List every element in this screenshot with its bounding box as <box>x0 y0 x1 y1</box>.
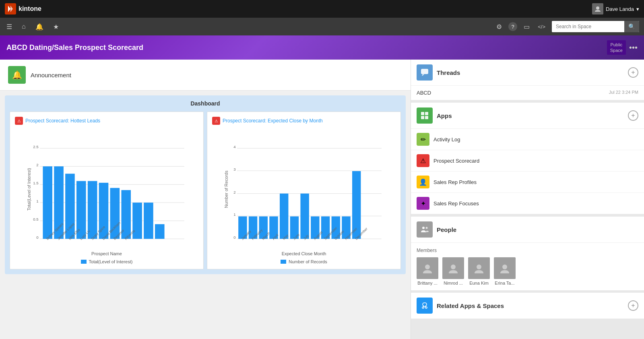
svg-rect-17 <box>43 166 52 239</box>
dashboard-title: Dashboard <box>10 100 401 107</box>
related-icon <box>417 298 433 314</box>
chart-icon-2: ⚠ <box>212 117 220 125</box>
second-nav-left: ☰ ⌂ 🔔 ★ <box>5 21 60 32</box>
threads-title: Threads <box>437 69 460 76</box>
avatar-img-0 <box>417 257 438 279</box>
search-input[interactable] <box>552 21 624 32</box>
thread-name: ABCD <box>417 90 431 96</box>
top-nav: kintone Dave Landa ▾ <box>0 0 644 18</box>
settings-icon[interactable]: ⚙ <box>495 21 504 32</box>
svg-point-80 <box>451 265 456 269</box>
announcement-section: 🔔 Announcement <box>0 60 411 91</box>
chart-header-2: ⚠ Prospect Scorecard: Expected Close by … <box>212 117 396 125</box>
second-nav-right: ⚙ ? ▭ </> 🔍 <box>495 21 639 32</box>
kintone-logo[interactable]: kintone <box>5 3 41 14</box>
avatar-item-0[interactable]: Brittany ... <box>417 257 438 285</box>
svg-rect-75 <box>421 116 424 119</box>
chart-container-1: Total(Level of Interest) 0 0.5 1 1.5 2 2… <box>15 129 198 250</box>
user-avatar <box>592 3 603 14</box>
home-icon[interactable]: ⌂ <box>20 21 27 32</box>
svg-text:2.5: 2.5 <box>33 145 38 149</box>
user-name: Dave Landa <box>606 6 634 12</box>
top-nav-right: Dave Landa ▾ <box>592 3 639 14</box>
related-add-button[interactable]: + <box>628 300 638 311</box>
avatar-item-3[interactable]: Erina Ta... <box>494 257 516 285</box>
tablet-icon[interactable]: ▭ <box>522 21 531 32</box>
app-item-1[interactable]: ⚠ Prospect Scorecard <box>411 150 644 172</box>
search-button[interactable]: 🔍 <box>624 21 639 32</box>
app-name-sales-focuses: Sales Rep Focuses <box>433 201 479 207</box>
announcement-icon: 🔔 <box>8 66 26 84</box>
avatar-img-3 <box>494 257 516 279</box>
avatar-name-2: Euna Kim <box>469 281 489 285</box>
people-widget: People Members Brittany ... <box>411 217 644 290</box>
threads-add-button[interactable]: + <box>628 67 638 78</box>
space-header: ABCD Dating/Sales Prospect Scorecard Pub… <box>0 35 644 60</box>
app-icon-sales-focuses: ✦ <box>417 197 429 210</box>
app-icon-prospect: ⚠ <box>417 154 429 167</box>
people-header: People <box>411 217 644 243</box>
user-section[interactable]: Dave Landa ▾ <box>592 3 639 14</box>
chart-legend-1: Total(Level of Interest) <box>15 259 198 264</box>
svg-rect-27 <box>155 224 165 239</box>
legend-color-1 <box>81 260 87 264</box>
chart-title-2: Prospect Scorecard: Expected Close by Mo… <box>223 118 323 124</box>
apps-icon <box>417 107 433 124</box>
legend-label-1: Total(Level of Interest) <box>89 259 133 264</box>
svg-rect-74 <box>425 112 428 115</box>
menu-icon[interactable]: ☰ <box>5 21 14 32</box>
apps-header: Apps + <box>411 103 644 129</box>
svg-text:0: 0 <box>36 235 38 240</box>
app-name-activity: Activity Log <box>433 136 460 143</box>
code-icon[interactable]: </> <box>536 22 547 31</box>
svg-text:0: 0 <box>233 235 235 240</box>
related-header-left: Related Apps & Spaces <box>417 298 504 314</box>
app-icon-sales-profiles: 👤 <box>417 176 429 188</box>
chart-icon-1: ⚠ <box>15 117 23 125</box>
svg-marker-72 <box>422 74 424 76</box>
avatar-item-1[interactable]: Nimrod ... <box>442 257 464 285</box>
right-panel: Threads + ABCD Jul 22 3:24 PM Apps + <box>411 60 644 339</box>
top-nav-left: kintone <box>5 3 41 14</box>
thread-date: Jul 22 3:24 PM <box>609 90 638 96</box>
avatar-name-3: Erina Ta... <box>495 281 514 285</box>
chart-card-2: ⚠ Prospect Scorecard: Expected Close by … <box>207 112 401 269</box>
help-icon[interactable]: ? <box>508 22 517 31</box>
bell-icon[interactable]: 🔔 <box>34 21 45 32</box>
svg-point-79 <box>425 265 430 269</box>
more-button[interactable]: ••• <box>629 43 638 52</box>
chart-x-label-1: Prospect Name <box>15 251 198 256</box>
app-item-2[interactable]: 👤 Sales Rep Profiles <box>411 172 644 193</box>
apps-title: Apps <box>437 112 452 119</box>
svg-rect-53 <box>300 194 309 239</box>
star-icon[interactable]: ★ <box>52 21 60 32</box>
apps-add-button[interactable]: + <box>628 110 638 121</box>
svg-rect-51 <box>280 194 288 239</box>
chart-title-1: Prospect Scorecard: Hottest Leads <box>25 118 100 124</box>
threads-icon <box>417 64 433 81</box>
chart-x-label-2: Expected Close Month <box>212 251 396 256</box>
svg-text:1: 1 <box>36 199 38 203</box>
related-widget: Related Apps & Spaces + <box>411 293 644 319</box>
chart-card-1: ⚠ Prospect Scorecard: Hottest Leads Tota… <box>10 112 204 269</box>
people-icon <box>417 221 433 238</box>
svg-rect-25 <box>132 203 142 239</box>
app-item-0[interactable]: ✏ Activity Log <box>411 129 644 150</box>
avatar-img-2 <box>468 257 490 279</box>
space-title: ABCD Dating/Sales Prospect Scorecard <box>6 43 143 52</box>
avatar-name-0: Brittany ... <box>417 281 438 285</box>
people-header-left: People <box>417 221 456 238</box>
public-space-badge: PublicSpace <box>607 40 626 55</box>
chart-legend-2: Number of Records <box>212 259 396 264</box>
app-item-3[interactable]: ✦ Sales Rep Focuses <box>411 193 644 214</box>
chart-container-2: Number of Records 0 1 2 3 4 <box>212 129 396 250</box>
related-title: Related Apps & Spaces <box>437 302 504 309</box>
members-label: Members <box>417 248 638 253</box>
threads-header-left: Threads <box>417 64 460 81</box>
thread-item[interactable]: ABCD Jul 22 3:24 PM <box>411 86 644 100</box>
main-layout: 🔔 Announcement Dashboard ⚠ Prospect Scor… <box>0 60 644 339</box>
announcement-label: Announcement <box>31 72 71 79</box>
avatar-item-2[interactable]: Euna Kim <box>468 257 490 285</box>
svg-point-81 <box>477 265 481 269</box>
avatars-row: Brittany ... Nimrod ... Euna Kim <box>417 257 638 285</box>
